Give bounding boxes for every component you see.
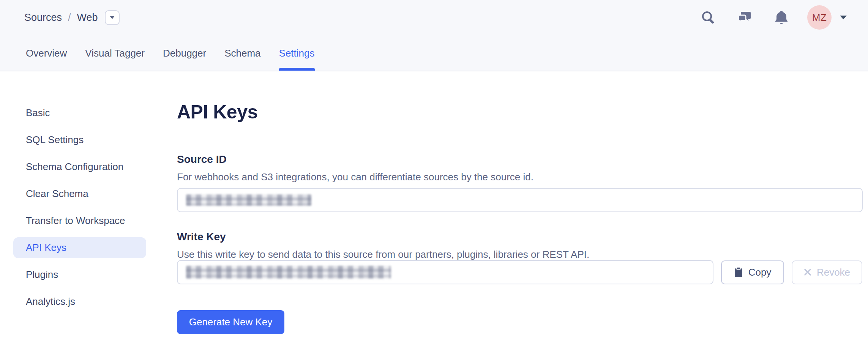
page-title: API Keys (177, 102, 863, 122)
tab-visual-tagger[interactable]: Visual Tagger (85, 47, 145, 71)
sidebar-item-api-keys[interactable]: API Keys (13, 237, 146, 258)
app-screen: Sources / Web (0, 0, 868, 347)
tab-settings[interactable]: Settings (279, 47, 315, 71)
source-id-redacted-value (186, 194, 311, 206)
sidebar-item-basic[interactable]: Basic (13, 103, 146, 123)
write-key-redacted-value (186, 266, 391, 279)
chevron-down-icon (109, 16, 115, 19)
sidebar-item-transfer-to-workspace[interactable]: Transfer to Workspace (13, 210, 146, 231)
clipboard-icon (734, 267, 743, 278)
sidebar-item-analytics-js[interactable]: Analytics.js (13, 291, 146, 312)
source-switcher-button[interactable] (105, 10, 120, 25)
tab-schema[interactable]: Schema (224, 47, 260, 71)
copy-button[interactable]: Copy (721, 260, 784, 284)
top-header: Sources / Web (0, 0, 868, 71)
notifications-bell-icon[interactable] (775, 10, 788, 25)
breadcrumb-source-name: Web (77, 12, 98, 24)
write-key-description: Use this write key to send data to this … (177, 249, 863, 260)
user-menu-caret-icon[interactable] (839, 15, 847, 20)
copy-button-label: Copy (748, 267, 772, 278)
tab-overview[interactable]: Overview (26, 47, 67, 71)
x-icon (804, 268, 811, 276)
search-icon[interactable] (701, 11, 715, 24)
chat-icon[interactable] (737, 11, 752, 24)
breadcrumb: Sources / Web (24, 10, 120, 25)
write-key-label: Write Key (177, 231, 863, 243)
avatar[interactable]: MZ (807, 5, 832, 30)
source-tabs: Overview Visual Tagger Debugger Schema S… (26, 47, 315, 71)
breadcrumb-separator: / (68, 12, 71, 24)
source-id-label: Source ID (177, 154, 863, 165)
sidebar-item-clear-schema[interactable]: Clear Schema (13, 183, 146, 204)
breadcrumb-sources-link[interactable]: Sources (24, 12, 62, 24)
sidebar-item-sql-settings[interactable]: SQL Settings (13, 129, 146, 150)
settings-sidebar: Basic SQL Settings Schema Configuration … (0, 71, 159, 318)
api-keys-panel: API Keys Source ID For webhooks and S3 i… (177, 71, 863, 334)
sidebar-item-plugins[interactable]: Plugins (13, 264, 146, 285)
tab-debugger[interactable]: Debugger (163, 47, 206, 71)
generate-new-key-button[interactable]: Generate New Key (177, 310, 284, 334)
revoke-button-label: Revoke (817, 267, 850, 278)
source-id-input[interactable] (177, 188, 863, 212)
write-key-input[interactable] (177, 260, 713, 284)
source-id-description: For webhooks and S3 integrations, you ca… (177, 171, 863, 183)
header-actions: MZ (701, 5, 847, 30)
sidebar-item-schema-configuration[interactable]: Schema Configuration (13, 156, 146, 177)
revoke-button[interactable]: Revoke (792, 260, 862, 284)
